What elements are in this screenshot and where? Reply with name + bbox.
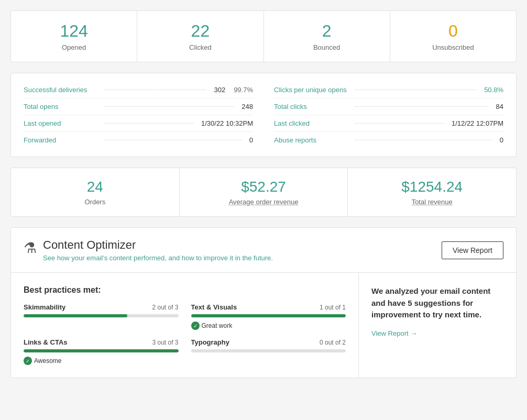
detail-stats-grid: Successful deliveries 302 99.7% Total op… [10,73,517,157]
stat-unsubscribed: 0 Unsubscribed [390,11,516,62]
detail-row-last-opened: Last opened 1/30/22 10:32PM [24,115,253,132]
links-ctas-name: Links & CTAs [24,338,68,346]
links-ctas-score: 3 out of 3 [152,339,178,346]
opened-number: 124 [16,21,131,41]
links-ctas-badge: ✓ Awesome [24,357,179,365]
optimizer-subtitle: See how your email's content performed, … [43,254,273,262]
detail-row-total-clicks: Total clicks 84 [274,98,503,115]
unsubscribed-label: Unsubscribed [432,43,474,51]
text-visuals-badge: ✓ Great work [191,322,346,330]
bounced-label: Bounced [313,43,340,51]
revenue-total: $1254.24 Total revenue [348,168,516,216]
page-wrapper: 124 Opened 22 Clicked 2 Bounced 0 Unsubs… [0,0,527,389]
optimizer-title-text: Content Optimizer See how your email's c… [43,238,273,262]
last-clicked-value: 1/12/22 12:07PM [452,119,503,127]
detail-row-deliveries: Successful deliveries 302 99.7% [24,82,253,98]
avg-order-label: Average order revenue [229,198,299,206]
abuse-label: Abuse reports [274,136,347,144]
skimmability-name: Skimmability [24,303,65,311]
optimizer-header: ⚗ Content Optimizer See how your email's… [11,228,516,273]
optimizer-title: Content Optimizer [43,238,273,252]
avg-order-number: $52.27 [185,179,343,195]
detail-row-ctr: Clicks per unique opens 50.8% [274,82,503,98]
text-visuals-score: 1 out of 1 [320,304,346,311]
badge-check-icon-2: ✓ [24,357,32,365]
dots [355,106,489,107]
optimizer-right-link-label: View Report [371,329,409,337]
detail-row-abuse: Abuse reports 0 [274,132,503,148]
deliveries-percent: 99.7% [234,86,253,94]
badge-check-icon: ✓ [191,322,200,330]
total-rev-number: $1254.24 [353,179,511,195]
unsubscribed-number: 0 [396,21,511,41]
detail-row-opens: Total opens 248 [24,98,253,115]
dots [104,90,206,90]
best-practices-title: Best practices met: [24,285,346,295]
clicked-number: 22 [142,21,258,41]
metrics-grid: Skimmability 2 out of 3 Text & Visuals 1… [24,303,346,365]
arrow-icon: → [411,329,418,337]
links-ctas-progress-fill [24,349,179,352]
typography-progress-bg [191,349,346,352]
detail-row-last-clicked: Last clicked 1/12/22 12:07PM [274,115,503,132]
dots [104,106,234,107]
optimizer-body: Best practices met: Skimmability 2 out o… [11,273,516,378]
text-visuals-name: Text & Visuals [191,303,237,311]
links-ctas-badge-label: Awesome [34,357,61,364]
dots [104,140,242,140]
text-visuals-progress-fill [191,314,346,317]
detail-right-col: Clicks per unique opens 50.8% Total clic… [274,82,503,148]
total-clicks-value: 84 [496,103,503,110]
metric-skimmability-header: Skimmability 2 out of 3 [24,303,179,311]
dots [104,123,194,124]
total-rev-label: Total revenue [412,198,453,206]
optimizer-right-text: We analyzed your email content and have … [371,285,503,321]
text-visuals-progress-bg [191,314,346,317]
deliveries-label: Successful deliveries [24,86,97,94]
optimizer-title-area: ⚗ Content Optimizer See how your email's… [24,238,273,262]
flask-icon: ⚗ [24,239,37,257]
detail-row-forwarded: Forwarded 0 [24,132,253,148]
last-clicked-label: Last clicked [274,119,347,127]
ctr-label: Clicks per unique opens [274,86,347,94]
optimizer-left-panel: Best practices met: Skimmability 2 out o… [11,273,359,378]
dots [355,140,492,140]
skimmability-progress-fill [24,314,127,317]
content-optimizer-section: ⚗ Content Optimizer See how your email's… [10,227,517,378]
stat-opened: 124 Opened [11,11,137,62]
revenue-orders: 24 Orders [11,168,180,216]
abuse-value: 0 [500,136,503,144]
forwarded-label: Forwarded [24,136,97,144]
optimizer-right-panel: We analyzed your email content and have … [359,273,516,378]
bounced-number: 2 [269,21,385,41]
typography-score: 0 out of 2 [320,339,346,346]
text-visuals-badge-label: Great work [202,322,233,329]
top-stats-row: 124 Opened 22 Clicked 2 Bounced 0 Unsubs… [10,10,517,62]
metric-text-visuals-header: Text & Visuals 1 out of 1 [191,303,346,311]
opened-label: Opened [62,43,86,51]
ctr-value: 50.8% [484,86,503,94]
deliveries-value: 302 [214,86,225,94]
orders-label: Orders [84,198,105,206]
metric-links-ctas-header: Links & CTAs 3 out of 3 [24,338,179,346]
view-report-button[interactable]: View Report [442,241,503,259]
revenue-avg-order: $52.27 Average order revenue [180,168,348,216]
opens-label: Total opens [24,103,97,110]
optimizer-right-link[interactable]: View Report → [371,329,503,337]
last-opened-value: 1/30/22 10:32PM [201,119,253,127]
detail-left-col: Successful deliveries 302 99.7% Total op… [24,82,253,148]
last-opened-label: Last opened [24,119,97,127]
total-clicks-label: Total clicks [274,103,347,110]
opens-value: 248 [241,103,253,110]
revenue-row: 24 Orders $52.27 Average order revenue $… [10,168,517,217]
metric-text-visuals: Text & Visuals 1 out of 1 ✓ Great work [191,303,346,330]
dots [355,123,444,124]
clicked-label: Clicked [189,43,212,51]
metric-links-ctas: Links & CTAs 3 out of 3 ✓ Awesome [24,338,179,365]
stat-bounced: 2 Bounced [264,11,390,62]
forwarded-value: 0 [249,136,253,144]
orders-number: 24 [16,179,174,195]
stat-clicked: 22 Clicked [137,11,264,62]
skimmability-score: 2 out of 3 [152,304,178,311]
links-ctas-progress-bg [24,349,179,352]
